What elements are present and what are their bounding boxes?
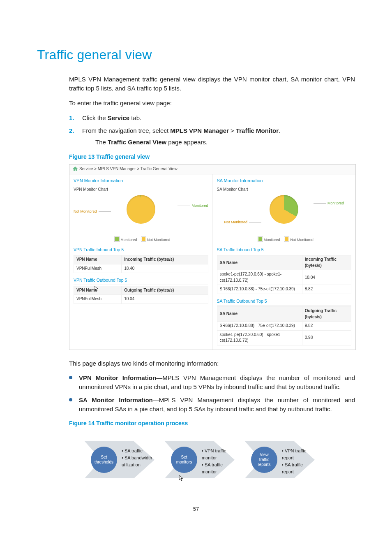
table-row: spoke1-pe(172.20.0.60) - spoke1-ce(172.1… (217, 270, 351, 285)
sa-monitor-chart: Not Monitored Monitored (217, 195, 352, 234)
sa-inbound-section: SA Traffic Inbound Top 5 (217, 247, 352, 254)
breadcrumb: Service > MPLS VPN Manager > Traffic Gen… (69, 165, 355, 174)
vpn-inbound-table: VPN NameIncoming Traffic (bytes/s) VPNFu… (74, 255, 208, 273)
page-number: 57 (0, 505, 392, 513)
sa-monitor-title: SA Monitor Information (217, 178, 352, 184)
bullet-icon (69, 398, 72, 401)
sa-inbound-table: SA NameIncoming Traffic (bytes/s) spoke1… (217, 255, 352, 294)
step-number: 1. (69, 114, 76, 123)
table-row: spoke1-pe(172.20.0.60) - spoke1-ce(172.1… (217, 330, 351, 345)
step-number: 2. (69, 126, 76, 147)
post-screenshot-paragraph: This page displays two kinds of monitori… (69, 359, 355, 368)
vpn-not-monitored-label: Not Monitored (74, 209, 113, 214)
step-2: 2. From the navigation tree, select MPLS… (69, 126, 355, 147)
sa-monitored-label: Monitored (312, 201, 344, 206)
vpn-legend: Monitored Not Monitored (74, 237, 208, 243)
sa-outbound-section: SA Traffic Outbound Top 5 (217, 298, 352, 306)
sa-monitor-pane: SA Monitor Information SA Monitor Chart … (213, 174, 356, 350)
process-step-2: Set monitors (171, 447, 197, 473)
figure-13-caption: Figure 13 Traffic general view (69, 153, 355, 161)
intro-paragraph: MPLS VPN Management traffic general view… (69, 75, 355, 93)
vpn-monitored-label: Monitored (176, 203, 208, 209)
table-row: VPNFullMesh18.40 (74, 264, 208, 273)
vpn-monitor-pane: VPN Monitor Information VPN Monitor Char… (69, 174, 213, 350)
home-icon (73, 167, 78, 171)
process-step-1: Set thresholds (91, 447, 117, 473)
figure-14-caption: Figure 14 Traffic monitor operation proc… (69, 419, 355, 427)
table-row: SR66(172.10.0.88) - 75e-olt(172.10.0.39)… (217, 285, 351, 294)
sa-outbound-table: SA NameOutgoing Traffic (bytes/s) SR66(1… (217, 306, 352, 345)
vpn-monitor-title: VPN Monitor Information (74, 178, 208, 184)
figure-14-diagram: Set thresholds SA traffic SA bandwidth u… (85, 431, 339, 489)
vpn-monitor-chart: Not Monitored Monitored (74, 195, 208, 234)
bullet-icon (69, 376, 72, 379)
pie-icon (270, 195, 298, 224)
step-1: 1. Click the Service tab. (69, 114, 355, 123)
table-row: SR66(172.10.0.88) - 75e-olt(172.10.0.39)… (217, 322, 351, 331)
vpn-outbound-section: VPN Traffic Outbound Top 5 (74, 277, 208, 285)
sa-not-monitored-label: Not Monitored (224, 220, 263, 225)
sa-legend: Monitored Not Monitored (217, 237, 352, 243)
table-row: VPNFullMesh10.04 (74, 295, 208, 304)
pie-icon (127, 195, 155, 224)
process-step-2-items: VPN traffic monitor SA traffic monitor (202, 447, 226, 475)
lead-paragraph: To enter the traffic general view page: (69, 99, 355, 108)
process-step-3: View traffic reports (251, 447, 277, 473)
list-item: VPN Monitor Information—MPLS VPN Managem… (69, 373, 355, 392)
vpn-chart-label: VPN Monitor Chart (74, 187, 208, 193)
process-step-1-items: SA traffic SA bandwidth utilization (122, 447, 152, 468)
process-step-3-items: VPN traffic report SA traffic report (282, 447, 306, 475)
page-title: Traffic general view (37, 45, 355, 64)
vpn-inbound-section: VPN Traffic Inbound Top 5 (74, 247, 208, 254)
cursor-icon (95, 286, 99, 291)
figure-13-screenshot: Service > MPLS VPN Manager > Traffic Gen… (69, 164, 356, 350)
vpn-outbound-table: VPN Name Outgoing Traffic (bytes/s) VPNF… (74, 286, 208, 304)
sa-chart-label: SA Monitor Chart (217, 187, 352, 193)
list-item: SA Monitor Information—MPLS VPN Manageme… (69, 396, 355, 414)
cursor-icon (179, 475, 184, 480)
